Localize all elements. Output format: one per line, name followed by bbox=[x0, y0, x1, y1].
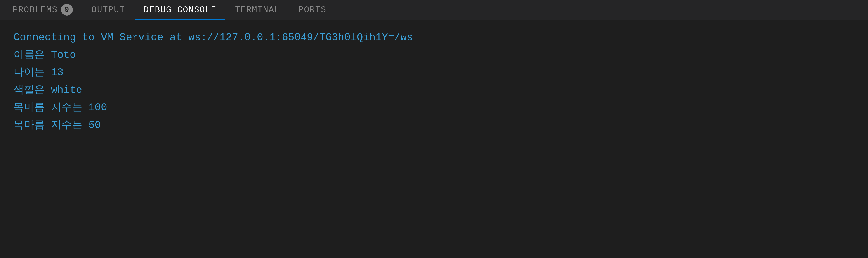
console-line-4: 색깔은 white bbox=[13, 82, 855, 99]
console-line-3: 나이는 13 bbox=[13, 64, 855, 81]
tab-label-ports: PORTS bbox=[298, 5, 327, 15]
tab-output[interactable]: OUTPUT bbox=[83, 0, 133, 20]
console-line-1: Connecting to VM Service at ws://127.0.0… bbox=[13, 29, 855, 46]
console-line-5: 목마름 지수는 100 bbox=[13, 99, 855, 116]
tab-label-debug-console: DEBUG CONSOLE bbox=[144, 5, 216, 15]
tab-label-problems: PROBLEMS bbox=[13, 5, 57, 15]
tab-badge-problems: 9 bbox=[61, 4, 73, 16]
tab-problems[interactable]: PROBLEMS9 bbox=[4, 0, 81, 20]
console-line-2: 이름은 Toto bbox=[13, 47, 855, 64]
console-content[interactable]: Connecting to VM Service at ws://127.0.0… bbox=[0, 20, 868, 258]
tab-label-output: OUTPUT bbox=[91, 5, 125, 15]
tab-debug-console[interactable]: DEBUG CONSOLE bbox=[135, 0, 224, 20]
tab-ports[interactable]: PORTS bbox=[290, 0, 335, 20]
tab-bar: PROBLEMS9OUTPUTDEBUG CONSOLETERMINALPORT… bbox=[0, 0, 868, 20]
panel-container: PROBLEMS9OUTPUTDEBUG CONSOLETERMINALPORT… bbox=[0, 0, 868, 258]
tab-terminal[interactable]: TERMINAL bbox=[227, 0, 288, 20]
console-line-6: 목마름 지수는 50 bbox=[13, 117, 855, 134]
tab-label-terminal: TERMINAL bbox=[235, 5, 280, 15]
